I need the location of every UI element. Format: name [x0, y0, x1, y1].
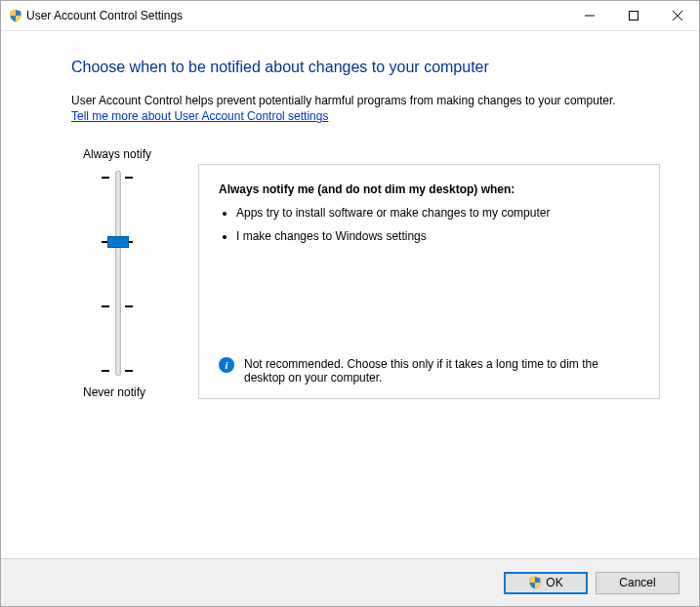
- slider-column: Always notify Never notify: [71, 142, 198, 399]
- recommendation-row: i Not recommended. Choose this only if i…: [219, 357, 639, 384]
- cancel-button[interactable]: Cancel: [596, 572, 679, 594]
- ok-button-label: OK: [546, 576, 562, 589]
- description-panel: Always notify me (and do not dim my desk…: [198, 164, 660, 399]
- footer-bar: OK Cancel: [1, 558, 699, 606]
- ok-button[interactable]: OK: [504, 572, 588, 594]
- description-list: Apps try to install software or make cha…: [236, 206, 639, 243]
- page-heading: Choose when to be notified about changes…: [71, 59, 660, 76]
- slider-bottom-label: Never notify: [83, 385, 198, 399]
- notification-slider[interactable]: [105, 171, 198, 376]
- content-area: Choose when to be notified about changes…: [1, 31, 699, 399]
- window-title: User Account Control Settings: [26, 9, 567, 22]
- description-bullet: Apps try to install software or make cha…: [236, 206, 639, 220]
- uac-shield-icon: [9, 9, 22, 22]
- slider-top-label: Always notify: [83, 147, 198, 161]
- title-bar[interactable]: User Account Control Settings: [1, 1, 699, 31]
- window-controls: [567, 1, 699, 30]
- recommendation-text: Not recommended. Choose this only if it …: [244, 357, 639, 384]
- description-title: Always notify me (and do not dim my desk…: [219, 182, 639, 196]
- uac-shield-icon: [528, 576, 542, 589]
- learn-more-link[interactable]: Tell me more about User Account Control …: [71, 109, 328, 123]
- slider-thumb[interactable]: [107, 236, 129, 248]
- cancel-button-label: Cancel: [619, 576, 655, 589]
- uac-settings-window: User Account Control Settings Choose whe…: [0, 0, 700, 607]
- svg-rect-1: [629, 12, 638, 20]
- info-icon: i: [219, 357, 234, 373]
- close-button[interactable]: [655, 1, 699, 30]
- description-bullet: I make changes to Windows settings: [236, 229, 639, 243]
- page-subtext: User Account Control helps prevent poten…: [71, 94, 660, 107]
- maximize-button[interactable]: [611, 1, 655, 30]
- minimize-button[interactable]: [567, 1, 611, 30]
